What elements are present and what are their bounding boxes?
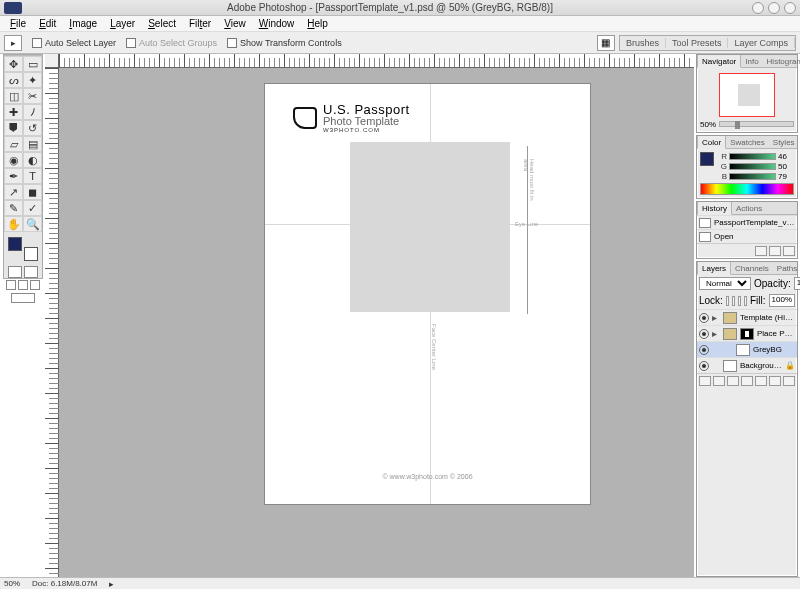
- menu-image[interactable]: Image: [63, 17, 103, 30]
- tool-notes[interactable]: ✎: [4, 200, 23, 216]
- layer-mask-icon[interactable]: [727, 376, 739, 386]
- tool-path[interactable]: ↗: [4, 184, 23, 200]
- tool-preset-picker[interactable]: ▸: [4, 35, 22, 51]
- ruler-vertical[interactable]: [45, 68, 59, 577]
- tool-eyedrop[interactable]: ✓: [23, 200, 42, 216]
- visibility-icon[interactable]: [699, 329, 709, 339]
- menu-help[interactable]: Help: [301, 17, 334, 30]
- quickmask-mode-icon[interactable]: [24, 266, 38, 278]
- visibility-icon[interactable]: [699, 345, 709, 355]
- tool-heal[interactable]: ✚: [4, 104, 23, 120]
- lock-pixels-icon[interactable]: [732, 296, 735, 306]
- ruler-origin[interactable]: [45, 54, 59, 68]
- jump-to-imageready-icon[interactable]: [11, 293, 35, 303]
- tab-histogram[interactable]: Histogram: [763, 55, 800, 67]
- color-spectrum[interactable]: [700, 183, 794, 195]
- screen-standard-icon[interactable]: [6, 280, 16, 290]
- visibility-icon[interactable]: [699, 313, 709, 323]
- tool-zoom[interactable]: 🔍: [23, 216, 42, 232]
- layer-name[interactable]: Place Photo In H…: [757, 329, 795, 338]
- disclosure-icon[interactable]: ▸: [712, 312, 720, 323]
- tab-info[interactable]: Info: [741, 55, 762, 67]
- tool-gradient[interactable]: ▤: [23, 136, 42, 152]
- palette-tab-comps[interactable]: Layer Comps: [728, 38, 795, 48]
- lock-pos-icon[interactable]: [738, 296, 741, 306]
- tab-history[interactable]: History: [697, 202, 732, 215]
- minimize-button[interactable]: [752, 2, 764, 14]
- tool-wand[interactable]: ✦: [23, 72, 42, 88]
- color-R-value[interactable]: 46: [778, 152, 794, 161]
- document-canvas[interactable]: U.S. Passport Photo Template W3PHOTO.COM…: [265, 84, 590, 504]
- screen-full-menu-icon[interactable]: [18, 280, 28, 290]
- tool-brush[interactable]: ﾉ: [23, 104, 42, 120]
- tool-type[interactable]: T: [23, 168, 42, 184]
- tool-shape[interactable]: ◼: [23, 184, 42, 200]
- lock-all-icon[interactable]: [744, 296, 747, 306]
- tool-slice[interactable]: ✂: [23, 88, 42, 104]
- menu-filter[interactable]: Filter: [183, 17, 217, 30]
- tab-color[interactable]: Color: [697, 136, 726, 149]
- layer-group-icon[interactable]: [755, 376, 767, 386]
- menu-view[interactable]: View: [218, 17, 252, 30]
- history-item[interactable]: PassportTemplate_v1.psd: [697, 215, 797, 229]
- blend-mode-select[interactable]: Normal: [699, 277, 751, 290]
- palette-tab-brushes[interactable]: Brushes: [620, 38, 666, 48]
- opt-show-transform[interactable]: Show Transform Controls: [227, 38, 342, 48]
- navigator-thumb[interactable]: [719, 73, 775, 117]
- menu-select[interactable]: Select: [142, 17, 182, 30]
- navigator-zoom-slider[interactable]: [719, 121, 794, 127]
- color-G-value[interactable]: 50: [778, 162, 794, 171]
- layer-adjust-icon[interactable]: [741, 376, 753, 386]
- tool-hand[interactable]: ✋: [4, 216, 23, 232]
- tool-lasso[interactable]: ᔕ: [4, 72, 23, 88]
- close-button[interactable]: [784, 2, 796, 14]
- layer-row[interactable]: GreyBG: [697, 341, 797, 357]
- layer-row[interactable]: ▸Template (Hide When Do…: [697, 309, 797, 325]
- layer-name[interactable]: GreyBG: [753, 345, 795, 354]
- opacity-value[interactable]: 100%: [794, 277, 800, 290]
- menu-file[interactable]: File: [4, 17, 32, 30]
- tab-styles[interactable]: Styles: [769, 136, 799, 148]
- tool-blur[interactable]: ◉: [4, 152, 23, 168]
- menu-layer[interactable]: Layer: [104, 17, 141, 30]
- color-G-slider[interactable]: [729, 163, 776, 170]
- tab-paths[interactable]: Paths: [773, 262, 800, 274]
- layer-name[interactable]: Template (Hide When Do…: [740, 313, 795, 322]
- layer-trash-icon[interactable]: [783, 376, 795, 386]
- screen-full-icon[interactable]: [30, 280, 40, 290]
- history-new-icon[interactable]: [769, 246, 781, 256]
- color-B-value[interactable]: 79: [778, 172, 794, 181]
- foreground-color-swatch[interactable]: [8, 237, 22, 251]
- tool-move[interactable]: ✥: [4, 56, 23, 72]
- tab-actions[interactable]: Actions: [732, 202, 766, 214]
- tool-pen[interactable]: ✒: [4, 168, 23, 184]
- color-R-slider[interactable]: [729, 153, 776, 160]
- tool-marquee[interactable]: ▭: [23, 56, 42, 72]
- palette-tab-presets[interactable]: Tool Presets: [666, 38, 729, 48]
- ruler-horizontal[interactable]: [59, 54, 694, 68]
- visibility-icon[interactable]: [699, 361, 709, 371]
- fill-value[interactable]: 100%: [769, 294, 795, 307]
- tab-channels[interactable]: Channels: [731, 262, 773, 274]
- background-color-swatch[interactable]: [24, 247, 38, 261]
- layer-row[interactable]: Background🔒: [697, 357, 797, 373]
- disclosure-icon[interactable]: ▸: [712, 328, 720, 339]
- menu-edit[interactable]: Edit: [33, 17, 62, 30]
- history-item[interactable]: Open: [697, 229, 797, 243]
- lock-trans-icon[interactable]: [726, 296, 729, 306]
- menu-window[interactable]: Window: [253, 17, 301, 30]
- tool-dodge[interactable]: ◐: [23, 152, 42, 168]
- layer-fx-icon[interactable]: [713, 376, 725, 386]
- opt-auto-select-layer[interactable]: Auto Select Layer: [32, 38, 116, 48]
- tab-swatches[interactable]: Swatches: [726, 136, 769, 148]
- tool-crop[interactable]: ◫: [4, 88, 23, 104]
- tool-history-brush[interactable]: ↺: [23, 120, 42, 136]
- layer-name[interactable]: Background: [740, 361, 782, 370]
- history-snapshot-icon[interactable]: [755, 246, 767, 256]
- layer-link-icon[interactable]: [699, 376, 711, 386]
- status-docsize[interactable]: Doc: 6.18M/8.07M: [32, 579, 97, 588]
- standard-mode-icon[interactable]: [8, 266, 22, 278]
- tab-navigator[interactable]: Navigator: [697, 55, 741, 68]
- status-menu-icon[interactable]: ▸: [109, 579, 114, 589]
- layer-row[interactable]: ▸Place Photo In H…: [697, 325, 797, 341]
